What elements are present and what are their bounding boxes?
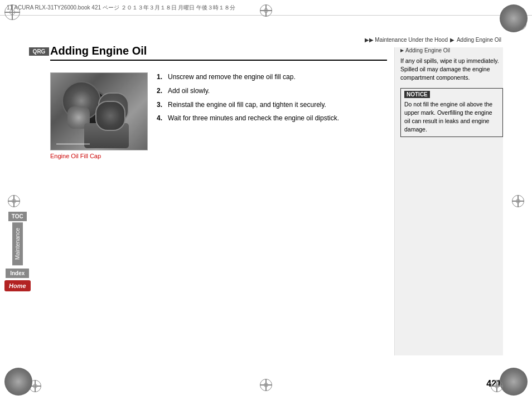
step-3-num: 3. xyxy=(157,100,166,110)
step-2-text: Add oil slowly. xyxy=(168,86,210,96)
step-1: 1. Unscrew and remove the engine oil fil… xyxy=(157,72,387,82)
notice-text: Do not fill the engine oil above the upp… xyxy=(404,100,499,134)
step-3-text: Reinstall the engine oil fill cap, and t… xyxy=(168,100,326,110)
corner-decoration-tl xyxy=(4,4,20,20)
step-4-num: 4. xyxy=(157,114,166,123)
image-container: Engine Oil Fill Cap xyxy=(50,72,148,355)
notice-box: NOTICE Do not fill the engine oil above … xyxy=(400,88,503,137)
toc-button[interactable]: TOC xyxy=(8,212,27,221)
bottom-center-crosshair xyxy=(260,379,272,391)
step-2: 2. Add oil slowly. xyxy=(157,86,387,96)
qrg-badge: QRG xyxy=(29,47,49,56)
step-1-text: Unscrew and remove the engine oil fill c… xyxy=(168,72,296,82)
right-sidebar: ▶ Adding Engine Oil If any oil spills, w… xyxy=(394,47,503,355)
index-button[interactable]: Index xyxy=(6,269,29,278)
right-mid-crosshair xyxy=(512,195,524,207)
page-title: Adding Engine Oil xyxy=(50,45,387,61)
step-3: 3. Reinstall the engine oil fill cap, an… xyxy=(157,100,387,110)
arrow-icon: ▶ xyxy=(400,48,404,53)
sidebar-nav: TOC Maintenance Index Home xyxy=(4,212,31,291)
left-mid-crosshair xyxy=(8,195,20,207)
page-title-container: Adding Engine Oil xyxy=(50,45,387,67)
home-icon: Home xyxy=(9,282,26,289)
maintenance-button[interactable]: Maintenance xyxy=(12,222,23,265)
step-2-num: 2. xyxy=(157,86,166,96)
sidebar-title-text: Adding Engine Oil xyxy=(405,47,450,53)
corner-circle-tr xyxy=(500,4,528,32)
breadcrumb-part1: Maintenance Under the Hood xyxy=(375,37,448,43)
breadcrumb-part2: Adding Engine Oil xyxy=(457,37,501,43)
home-button[interactable]: Home xyxy=(4,280,31,291)
sidebar-body-text: If any oil spills, wipe it up immediatel… xyxy=(400,57,503,82)
bottom-right-crosshair xyxy=(491,380,503,392)
step-1-num: 1. xyxy=(157,72,166,82)
corner-circle-bl xyxy=(4,368,32,396)
steps-container: 1. Unscrew and remove the engine oil fil… xyxy=(157,72,387,355)
top-center-crosshair xyxy=(260,4,272,17)
breadcrumb-sep: ▶ xyxy=(450,37,454,43)
sidebar-section-title: ▶ Adding Engine Oil xyxy=(400,47,503,53)
content-area: Engine Oil Fill Cap 1. Unscrew and remov… xyxy=(50,72,387,355)
steps-list: 1. Unscrew and remove the engine oil fil… xyxy=(157,72,387,123)
image-label: Engine Oil Fill Cap xyxy=(50,153,148,159)
step-4: 4. Wait for three minutes and recheck th… xyxy=(157,114,387,123)
top-bar-text: 11 ACURA RLX-31TY26000.book 421 ページ ２０１３… xyxy=(7,4,235,12)
corner-circle-br xyxy=(500,368,528,396)
notice-label: NOTICE xyxy=(404,91,430,98)
step-4-text: Wait for three minutes and recheck the e… xyxy=(168,114,339,123)
breadcrumb-arrows: ▶▶ xyxy=(365,37,374,43)
engine-image xyxy=(50,72,148,150)
